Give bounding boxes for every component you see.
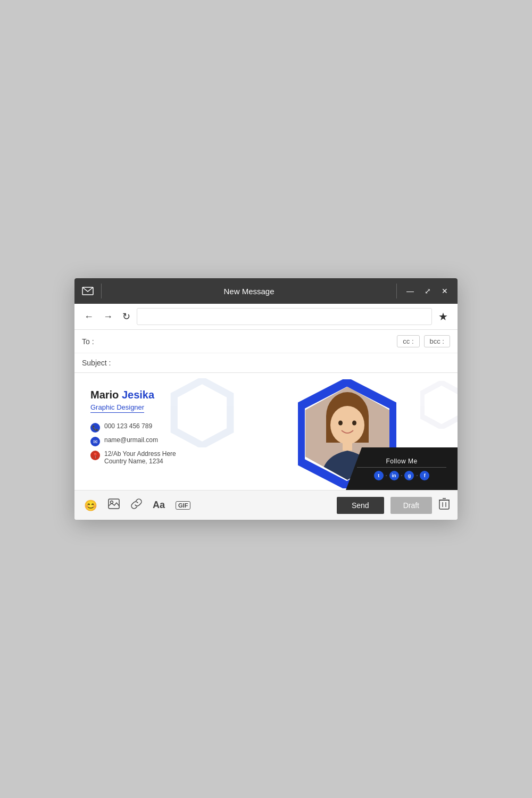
mail-icon: [82, 287, 94, 295]
cc-bcc-buttons: cc : bcc :: [397, 335, 450, 347]
emoji-button[interactable]: 😊: [82, 497, 99, 514]
address-icon: 📍: [90, 451, 100, 460]
font-icon: Aa: [153, 500, 165, 511]
address-line2: Country Name, 1234: [104, 458, 176, 465]
star-icon: ★: [438, 310, 448, 323]
phone-number: 000 123 456 789: [104, 422, 152, 430]
trash-icon: [438, 497, 450, 513]
last-name: Jesika: [122, 389, 154, 401]
bcc-button[interactable]: bcc :: [424, 335, 450, 347]
svg-rect-13: [439, 500, 449, 509]
signature-left: Mario Jesika Graphic Designer 📞 000 123 …: [74, 373, 277, 490]
to-input[interactable]: [109, 337, 397, 346]
instagram-icon[interactable]: in: [389, 471, 399, 480]
address-line1: 12/Ab Your Address Here: [104, 450, 176, 458]
email-compose-window: New Message — ⤢ ✕ ← → ↻ ★ To : cc : bcc …: [74, 278, 458, 520]
link-button[interactable]: [128, 496, 144, 514]
image-button[interactable]: [106, 496, 122, 514]
email-address: name@urmail.com: [104, 436, 158, 444]
send-button[interactable]: Send: [337, 497, 384, 514]
svg-marker-2: [422, 383, 458, 427]
title-bar: New Message — ⤢ ✕: [74, 278, 458, 304]
svg-marker-1: [174, 380, 230, 445]
google-icon[interactable]: g: [404, 471, 414, 480]
address-bar[interactable]: [137, 308, 432, 325]
window-title: New Message: [102, 287, 396, 296]
address-text: 12/Ab Your Address Here Country Name, 12…: [104, 450, 176, 465]
subject-field-row: Subject :: [74, 353, 458, 372]
bottom-toolbar: 😊 Aa GIF Sen: [74, 490, 458, 520]
follow-me-label: Follow Me: [357, 458, 446, 468]
gif-badge: GIF: [176, 501, 190, 510]
draft-button[interactable]: Draft: [390, 497, 432, 514]
font-button[interactable]: Aa: [151, 497, 167, 513]
cc-button[interactable]: cc :: [397, 335, 419, 347]
subject-input[interactable]: [111, 359, 450, 367]
address-row: 📍 12/Ab Your Address Here Country Name, …: [90, 450, 266, 465]
follow-me-panel: Follow Me t • in • g • f: [346, 447, 458, 490]
svg-point-8: [338, 421, 343, 426]
title-bar-divider-right: [396, 284, 397, 298]
email-fields: To : cc : bcc : Subject :: [74, 330, 458, 373]
signature-right: Follow Me t • in • g • f: [277, 373, 458, 490]
signature-title: Graphic Designer: [90, 403, 144, 413]
window-controls: — ⤢ ✕: [404, 286, 450, 296]
subject-label: Subject :: [82, 359, 111, 367]
email-icon: ✉: [90, 437, 100, 446]
hex-bg-right-icon: [420, 381, 458, 429]
bookmark-button[interactable]: ★: [435, 308, 451, 325]
gif-button[interactable]: GIF: [173, 499, 193, 512]
email-body: Mario Jesika Graphic Designer 📞 000 123 …: [74, 373, 458, 490]
restore-button[interactable]: ⤢: [422, 286, 433, 296]
svg-rect-10: [343, 440, 352, 451]
signature-container: Mario Jesika Graphic Designer 📞 000 123 …: [74, 373, 458, 490]
to-field-row: To : cc : bcc :: [74, 330, 458, 353]
image-icon: [108, 498, 120, 512]
forward-button[interactable]: →: [100, 309, 116, 325]
hex-bg-left-icon: [170, 378, 234, 447]
social-icons-row: t • in • g • f: [374, 471, 429, 480]
to-label: To :: [82, 337, 109, 346]
svg-point-7: [330, 406, 364, 444]
svg-point-9: [352, 421, 356, 426]
minimize-button[interactable]: —: [404, 286, 416, 296]
delete-button[interactable]: [438, 497, 450, 513]
phone-icon: 📞: [90, 423, 100, 433]
first-name: Mario: [90, 389, 119, 401]
facebook-icon[interactable]: f: [420, 471, 429, 480]
nav-bar: ← → ↻ ★: [74, 304, 458, 330]
link-icon: [130, 498, 142, 512]
back-button[interactable]: ←: [81, 309, 97, 325]
close-button[interactable]: ✕: [439, 286, 450, 296]
twitter-icon[interactable]: t: [374, 471, 384, 480]
refresh-button[interactable]: ↻: [119, 309, 134, 325]
emoji-icon: 😊: [84, 499, 97, 512]
